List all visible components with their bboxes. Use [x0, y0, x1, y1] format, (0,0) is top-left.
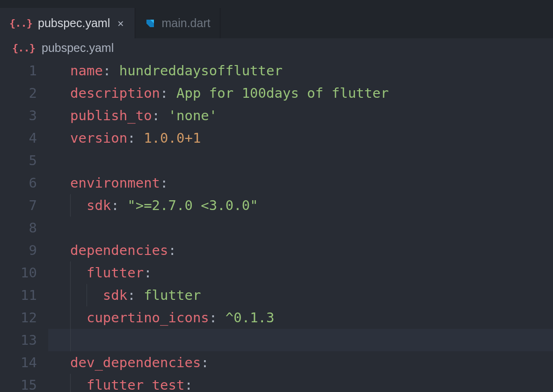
line-number: 11 [0, 284, 37, 306]
tab-pubspec-yaml[interactable]: {..} pubspec.yaml ✕ [0, 8, 135, 38]
code-line[interactable] [48, 149, 553, 172]
indent-guide [87, 284, 87, 306]
token-punct: : [160, 85, 176, 101]
line-number: 5 [0, 149, 37, 172]
token-punct: : [201, 355, 209, 370]
indent-guide [70, 284, 71, 306]
token-key: sdk [103, 287, 127, 303]
dart-icon [145, 18, 156, 29]
code-line[interactable]: publish_to: 'none' [48, 104, 553, 127]
token-punct: : [144, 265, 152, 281]
line-number: 2 [0, 82, 37, 104]
code-line[interactable]: dependencies: [48, 239, 553, 261]
code-line[interactable] [48, 217, 553, 239]
line-number: 4 [0, 127, 37, 149]
yaml-icon: {..} [12, 42, 35, 54]
line-number: 7 [0, 194, 37, 217]
breadcrumb[interactable]: {..} pubspec.yaml [0, 38, 553, 59]
token-key: environment [70, 175, 160, 191]
token-punct: : [168, 242, 176, 258]
line-number: 3 [0, 104, 37, 127]
code-line[interactable]: flutter: [48, 261, 553, 284]
indent-guide [70, 261, 71, 284]
indent-guide [70, 194, 71, 217]
line-number: 1 [0, 59, 37, 82]
token-key: dev_dependencies [70, 355, 201, 370]
token-key: dependencies [70, 242, 168, 258]
token-key: version [70, 130, 127, 146]
line-number: 13 [0, 329, 37, 351]
token-punct: : [184, 377, 192, 392]
token-string: ^0.1.3 [226, 310, 275, 326]
yaml-icon: {..} [9, 17, 32, 29]
token-punct: : [152, 108, 168, 123]
code-area[interactable]: name: hundreddaysofflutterdescription: A… [48, 59, 553, 392]
token-key: name [70, 63, 103, 79]
line-number: 9 [0, 239, 37, 261]
token-string: App for 100days of flutter [176, 85, 389, 101]
code-line[interactable]: cupertino_icons: ^0.1.3 [48, 306, 553, 329]
code-line[interactable]: sdk: flutter [48, 284, 553, 306]
token-punct: : [160, 175, 168, 191]
code-line[interactable]: dev_dependencies: [48, 351, 553, 374]
tab-bar: {..} pubspec.yaml ✕ main.dart [0, 0, 553, 38]
token-number: 1.0.0+1 [144, 130, 201, 146]
breadcrumb-label: pubspec.yaml [42, 41, 114, 55]
line-number: 12 [0, 306, 37, 329]
line-number: 6 [0, 172, 37, 194]
token-punct: : [111, 197, 127, 213]
token-key: flutter_test [87, 377, 185, 392]
token-punct: : [209, 310, 226, 326]
line-number: 14 [0, 351, 37, 374]
token-string: 'none' [168, 108, 218, 123]
close-icon[interactable]: ✕ [116, 17, 125, 29]
tab-label: main.dart [161, 16, 210, 30]
token-punct: : [127, 130, 144, 146]
code-line[interactable]: name: hundreddaysofflutter [48, 59, 553, 82]
line-number: 10 [0, 261, 37, 284]
token-punct: : [103, 63, 119, 79]
code-editor[interactable]: 123456789101112131415 name: hundreddayso… [0, 59, 553, 392]
token-string: ">=2.7.0 <3.0.0" [127, 197, 258, 213]
token-key: description [70, 85, 160, 101]
indent-guide [70, 306, 71, 329]
token-key: publish_to [70, 108, 152, 123]
token-key: flutter [87, 265, 144, 281]
token-key: cupertino_icons [87, 310, 209, 326]
token-string: flutter [144, 287, 201, 303]
token-key: sdk [87, 197, 111, 213]
token-string: hundreddaysofflutter [119, 63, 283, 79]
code-line[interactable]: flutter_test: [48, 374, 553, 392]
code-line[interactable]: version: 1.0.0+1 [48, 127, 553, 149]
token-punct: : [127, 287, 144, 303]
line-number-gutter: 123456789101112131415 [0, 59, 48, 392]
tab-main-dart[interactable]: main.dart [135, 8, 220, 38]
code-line[interactable] [48, 329, 553, 351]
code-line[interactable]: environment: [48, 172, 553, 194]
tab-label: pubspec.yaml [38, 16, 110, 30]
indent-guide [70, 329, 71, 351]
code-line[interactable]: description: App for 100days of flutter [48, 82, 553, 104]
line-number: 15 [0, 374, 37, 392]
indent-guide [70, 374, 71, 392]
line-number: 8 [0, 217, 37, 239]
code-line[interactable]: sdk: ">=2.7.0 <3.0.0" [48, 194, 553, 217]
